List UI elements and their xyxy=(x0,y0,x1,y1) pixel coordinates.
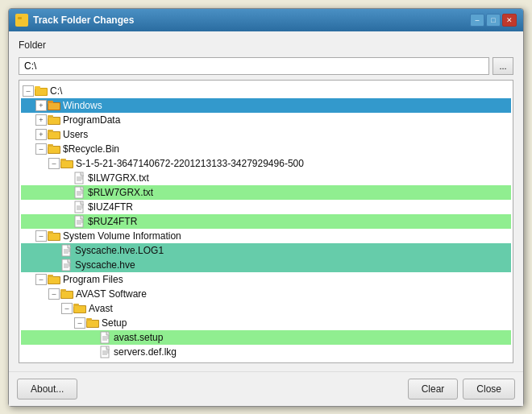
expand-recycle[interactable]: – xyxy=(35,143,47,155)
tree-scroll-inner: – C:\ + Windows + xyxy=(19,81,513,362)
tree-label-avast-setup: avast.setup xyxy=(114,332,163,343)
tree-label-progfiles: Program Files xyxy=(63,274,123,285)
clear-button[interactable]: Clear xyxy=(408,379,459,400)
tree-label-users: Users xyxy=(63,129,88,140)
folder-icon-windows xyxy=(48,100,60,110)
folder-icon-avast-soft xyxy=(60,288,73,299)
tree-item-setup[interactable]: – Setup xyxy=(21,316,511,330)
tree-item-ilw[interactable]: $ILW7GRX.txt xyxy=(21,171,511,185)
tree-label-recycle: $Recycle.Bin xyxy=(63,143,119,155)
file-icon-syscache xyxy=(61,259,73,271)
window-title: Track Folder Changes xyxy=(33,14,134,26)
tree-item-rlw[interactable]: $RLW7GRX.txt xyxy=(21,185,511,200)
folder-icon-recycle xyxy=(48,143,60,154)
tree-label-iuz: $IUZ4FTR xyxy=(88,201,133,213)
title-bar-left: Track Folder Changes xyxy=(15,14,134,27)
expand-programdata[interactable]: + xyxy=(35,114,47,126)
file-icon-servers-def xyxy=(100,346,111,358)
svg-rect-1 xyxy=(18,17,22,19)
tree-item-iuz[interactable]: $IUZ4FTR xyxy=(21,200,511,214)
tree-label-syscache-log: Syscache.hve.LOG1 xyxy=(75,245,164,256)
file-icon-ruz xyxy=(74,215,85,228)
tree-label-ruz: $RUZ4FTR xyxy=(88,216,137,227)
tree-label-root: C:\ xyxy=(50,85,62,97)
expand-sysvolinfo[interactable]: – xyxy=(35,230,47,242)
expand-users[interactable]: + xyxy=(35,129,47,140)
svg-rect-49 xyxy=(48,277,60,284)
tree-label-ilw: $ILW7GRX.txt xyxy=(88,172,149,184)
tree-item-syscache-log[interactable]: Syscache.hve.LOG1 xyxy=(21,243,511,258)
tree-item-ruz[interactable]: $RUZ4FTR xyxy=(21,214,511,229)
minimize-button[interactable]: – xyxy=(470,14,484,27)
folder-row: ... xyxy=(19,57,513,75)
expand-sid[interactable]: – xyxy=(48,158,60,169)
tree-item-avast-setup[interactable]: avast.setup xyxy=(21,330,511,345)
folder-icon-sysvolinfo xyxy=(48,230,60,241)
folder-icon-setup xyxy=(86,317,99,328)
folder-label: Folder xyxy=(19,39,513,51)
expand-progfiles[interactable]: – xyxy=(35,274,47,285)
svg-rect-19 xyxy=(61,161,73,168)
tree-item-sid[interactable]: – S-1-5-21-3647140672-2201213133-3427929… xyxy=(21,156,511,171)
tree-label-programdata: ProgramData xyxy=(63,114,120,126)
svg-rect-13 xyxy=(48,132,60,139)
dialog-window: Track Folder Changes – □ ✕ Folder ... – xyxy=(8,8,524,407)
expand-avast-soft[interactable]: – xyxy=(48,288,60,300)
tree-label-sid: S-1-5-21-3647140672-2201213133-342792949… xyxy=(76,158,304,169)
file-icon-ilw xyxy=(74,172,85,184)
expand-windows[interactable]: + xyxy=(35,100,47,111)
app-icon xyxy=(15,14,28,27)
tree-label-rlw: $RLW7GRX.txt xyxy=(88,187,153,198)
file-icon-syscache-log xyxy=(61,244,73,257)
close-button[interactable]: Close xyxy=(463,379,515,400)
maximize-button[interactable]: □ xyxy=(486,14,501,27)
tree-label-syscache: Syscache.hve xyxy=(75,259,135,271)
tree-item-users[interactable]: + Users xyxy=(21,127,511,142)
svg-rect-4 xyxy=(35,89,47,95)
expand-root[interactable]: – xyxy=(23,85,34,97)
title-buttons: – □ ✕ xyxy=(470,14,517,27)
folder-icon-avast xyxy=(73,303,86,313)
file-icon-rlw xyxy=(74,186,85,199)
folder-icon-programdata xyxy=(48,114,60,125)
tree-label-servers-def: servers.def.lkg xyxy=(114,346,177,358)
svg-rect-52 xyxy=(61,292,73,298)
browse-button[interactable]: ... xyxy=(493,57,513,75)
tree-item-recycle[interactable]: – $Recycle.Bin xyxy=(21,142,511,156)
drive-icon xyxy=(35,85,48,96)
folder-input[interactable] xyxy=(19,57,489,75)
svg-rect-7 xyxy=(48,103,60,110)
about-button[interactable]: About... xyxy=(17,379,77,400)
expand-setup[interactable]: – xyxy=(74,317,85,329)
footer-right-buttons: Clear Close xyxy=(408,379,515,400)
tree-item-avast[interactable]: – Avast xyxy=(21,301,511,316)
svg-rect-38 xyxy=(48,234,60,240)
tree-label-windows: Windows xyxy=(63,100,102,111)
tree-label-avast: Avast xyxy=(89,303,113,314)
file-icon-iuz xyxy=(74,201,85,213)
expand-avast[interactable]: – xyxy=(61,303,73,314)
folder-icon-sid xyxy=(60,158,73,168)
tree-label-avast-soft: AVAST Software xyxy=(76,288,147,300)
svg-rect-58 xyxy=(87,321,98,327)
svg-rect-55 xyxy=(74,306,85,313)
tree-item-progfiles[interactable]: – Program Files xyxy=(21,272,511,287)
svg-rect-16 xyxy=(48,147,60,153)
tree-label-setup: Setup xyxy=(102,317,127,329)
close-title-button[interactable]: ✕ xyxy=(502,14,517,27)
tree-item-programdata[interactable]: + ProgramData xyxy=(21,113,511,127)
tree-container[interactable]: – C:\ + Windows + xyxy=(19,80,513,363)
dialog-footer: About... Clear Close xyxy=(9,371,523,406)
tree-label-sysvolinfo: System Volume Information xyxy=(63,230,181,242)
tree-item-avast-soft[interactable]: – AVAST Software xyxy=(21,287,511,301)
tree-item-syscache[interactable]: Syscache.hve xyxy=(21,258,511,272)
tree-item-windows[interactable]: + Windows xyxy=(21,98,511,113)
dialog-content: Folder ... – C:\ + xyxy=(9,31,523,371)
folder-icon-users xyxy=(48,129,60,139)
tree-item-servers-def[interactable]: servers.def.lkg xyxy=(21,345,511,359)
tree-item-sysvolinfo[interactable]: – System Volume Information xyxy=(21,229,511,243)
svg-rect-10 xyxy=(48,118,60,124)
file-icon-avast-setup xyxy=(100,331,111,344)
tree-item-root[interactable]: – C:\ xyxy=(21,84,511,98)
folder-icon-progfiles xyxy=(48,274,60,284)
